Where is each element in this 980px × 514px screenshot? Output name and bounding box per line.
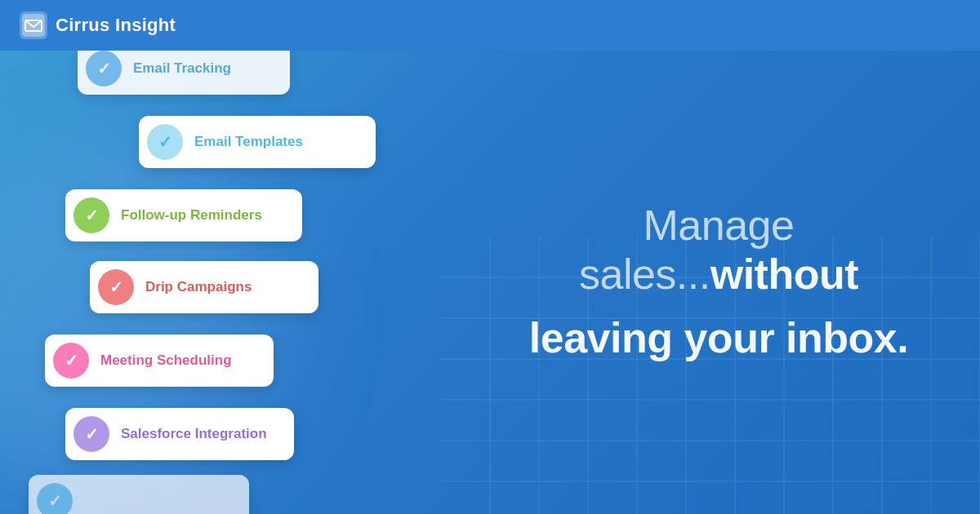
app-title: Cirrus Insight: [56, 15, 176, 36]
meeting-label: Meeting Scheduling: [100, 352, 232, 369]
feature-item-email-templates: ✓ Email Templates: [139, 116, 376, 168]
salesforce-icon-circle: ✓: [74, 416, 109, 452]
email-templates-checkmark: ✓: [158, 132, 172, 152]
hero-text-section: Manage sales...without leaving your inbo…: [457, 51, 980, 514]
feature-item-meeting-scheduling: ✓ Meeting Scheduling: [45, 335, 274, 387]
cirrus-insight-logo-icon: [20, 11, 47, 39]
drip-label: Drip Campaigns: [145, 279, 252, 295]
meeting-checkmark: ✓: [65, 351, 78, 370]
followup-checkmark: ✓: [85, 206, 99, 225]
email-tracking-label: Email Tracking: [133, 60, 231, 77]
feature-item-drip-campaigns: ✓ Drip Campaigns: [90, 261, 318, 313]
feature-item-followup-reminders: ✓ Follow-up Reminders: [65, 189, 302, 241]
followup-label: Follow-up Reminders: [121, 207, 262, 224]
main-content: ✓ Email Tracking ✓ Email Templates ✓ Fol…: [0, 51, 980, 514]
extra-checkmark: ✓: [48, 491, 62, 511]
app-header: Cirrus Insight: [0, 0, 980, 51]
salesforce-checkmark: ✓: [85, 424, 99, 444]
feature-item-salesforce-integration: ✓ Salesforce Integration: [65, 408, 294, 460]
hero-line1: Manage sales...without: [506, 202, 931, 299]
hero-line3: leaving your inbox.: [506, 314, 931, 363]
email-tracking-checkmark: ✓: [97, 59, 111, 78]
feature-item-extra: ✓: [29, 475, 249, 514]
feature-item-email-tracking: ✓ Email Tracking: [78, 51, 290, 95]
hero-headline: Manage sales...without leaving your inbo…: [506, 202, 931, 362]
salesforce-label: Salesforce Integration: [121, 426, 267, 442]
followup-icon-circle: ✓: [74, 197, 109, 233]
extra-icon-circle: ✓: [37, 483, 73, 514]
meeting-icon-circle: ✓: [53, 343, 89, 379]
email-tracking-icon-circle: ✓: [86, 51, 122, 86]
hero-without-text: without: [710, 250, 858, 298]
drip-icon-circle: ✓: [98, 269, 134, 305]
drip-checkmark: ✓: [109, 277, 123, 297]
features-panel: ✓ Email Tracking ✓ Email Templates ✓ Fol…: [0, 51, 425, 514]
email-templates-icon-circle: ✓: [147, 124, 183, 160]
email-templates-label: Email Templates: [194, 134, 303, 150]
